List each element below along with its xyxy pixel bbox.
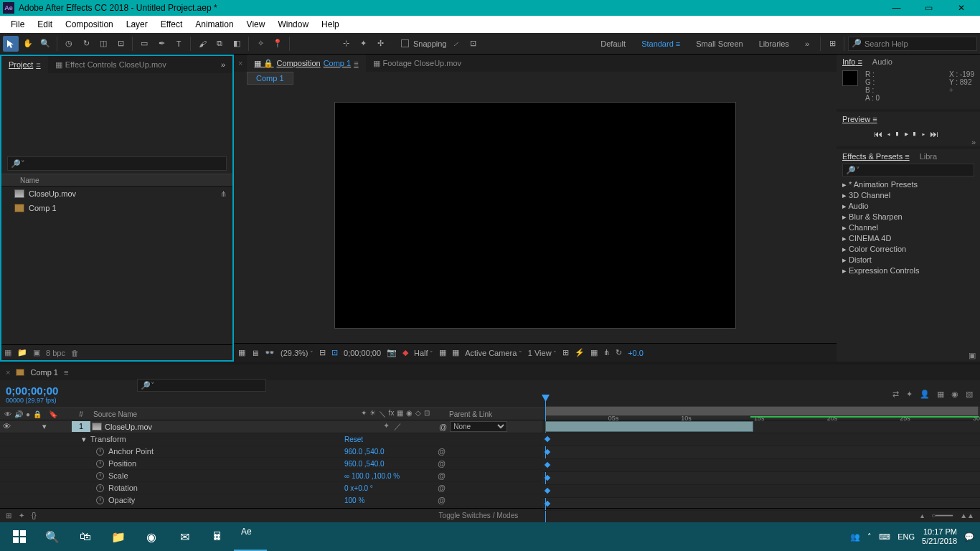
menu-layer[interactable]: Layer — [120, 16, 154, 33]
property-row[interactable]: Rotation0 x+0.0 °@ — [0, 482, 542, 494]
language-indicator[interactable]: ENG — [897, 532, 915, 541]
taskbar-mail-icon[interactable]: ✉ — [168, 522, 201, 551]
comp-mini-flowchart-icon[interactable]: ⇄ — [892, 390, 899, 399]
effects-category[interactable]: ▸ Channel — [837, 222, 980, 233]
menu-window[interactable]: Window — [271, 16, 315, 33]
taskbar-store-icon[interactable]: 🛍 — [69, 522, 102, 551]
expression-pickwhip-icon[interactable]: @ — [438, 459, 538, 468]
view-axis-icon[interactable]: ✢ — [372, 36, 388, 52]
collapse-icon[interactable]: ／ — [394, 421, 402, 432]
first-frame-button[interactable]: ⏮ — [874, 129, 887, 139]
parent-dropdown[interactable]: None — [450, 421, 507, 432]
motion-blur-icon[interactable]: ◉ — [951, 390, 958, 399]
taskbar-explorer-icon[interactable]: 📁 — [102, 522, 135, 551]
expression-pickwhip-icon[interactable]: @ — [438, 496, 538, 504]
type-tool[interactable]: T — [171, 36, 187, 52]
tab-info[interactable]: Info ≡ — [842, 57, 862, 66]
snapping-checkbox[interactable] — [401, 39, 409, 47]
workspace-smallscreen[interactable]: Small Screen — [689, 39, 750, 48]
panel-menu-icon[interactable]: ≡ — [354, 55, 358, 72]
frame-blend-icon[interactable]: ▦ — [937, 390, 944, 399]
stopwatch-icon[interactable] — [96, 484, 104, 492]
menu-view[interactable]: View — [240, 16, 272, 33]
menu-composition[interactable]: Composition — [59, 16, 120, 33]
panel-overflow-icon[interactable]: » — [971, 138, 976, 146]
property-value[interactable]: 960.0 ,540.0 — [344, 448, 438, 456]
people-icon[interactable]: 👥 — [850, 532, 860, 542]
toggle-switches-modes-button[interactable]: Toggle Switches / Modes — [44, 512, 913, 519]
rotation-tool[interactable]: ↻ — [78, 36, 94, 52]
effects-category[interactable]: ▸ Distort — [837, 255, 980, 265]
start-button[interactable] — [3, 522, 36, 551]
project-column-name[interactable]: Name — [1, 174, 232, 187]
3d-view-icon[interactable]: ▦ — [452, 348, 459, 357]
play-button[interactable]: ▶ — [904, 129, 913, 139]
property-row[interactable]: Anchor Point960.0 ,540.0@ — [0, 446, 542, 458]
next-frame-button[interactable]: ▮▸ — [913, 129, 930, 139]
shy-icon[interactable]: 👤 — [920, 390, 930, 399]
selection-tool[interactable] — [3, 36, 19, 52]
flowchart-icon[interactable]: ⋔ — [603, 348, 610, 357]
mask-icon[interactable]: 👓 — [265, 348, 275, 357]
clock[interactable]: 10:17 PM5/21/2018 — [922, 527, 957, 546]
display-icon[interactable]: 🖥 — [251, 349, 259, 357]
zoom-in-icon[interactable]: ▲▲ — [960, 512, 974, 519]
flowchart-icon[interactable]: ⋔ — [220, 189, 227, 199]
effects-category[interactable]: ▸ * Animation Presets — [837, 179, 980, 190]
new-folder-icon[interactable]: 📁 — [17, 348, 27, 357]
transform-group[interactable]: ▾Transform Reset — [0, 433, 542, 446]
video-col-icon[interactable]: 👁 — [4, 410, 11, 418]
layer-row[interactable]: 👁▾ 1 CloseUp.mov ✦／ @None — [0, 420, 542, 433]
property-row[interactable]: Opacity100 %@ — [0, 494, 542, 507]
tab-libraries[interactable]: Libra — [920, 152, 937, 161]
search-help-input[interactable]: 🔎 Search Help — [848, 37, 977, 51]
close-button[interactable]: ✕ — [945, 0, 977, 16]
property-value[interactable]: 0 x+0.0 ° — [344, 484, 438, 492]
delete-icon[interactable]: 🗑 — [71, 349, 79, 357]
notifications-icon[interactable]: 💬 — [964, 532, 974, 542]
camera-dropdown[interactable]: Active Camera — [465, 349, 522, 357]
puppet-tool[interactable]: 📍 — [270, 36, 286, 52]
twirl-icon[interactable]: ▾ — [82, 435, 86, 444]
panel-overflow-icon[interactable]: » — [214, 56, 232, 73]
graph-editor-icon[interactable]: ▧ — [966, 390, 973, 399]
roi-icon[interactable]: ⊡ — [331, 348, 338, 357]
timeline-tracks[interactable] — [542, 420, 980, 508]
taskbar-aftereffects-icon[interactable]: Ae — [234, 522, 267, 551]
eraser-tool[interactable]: ◧ — [229, 36, 245, 52]
reset-link[interactable]: Reset — [344, 435, 438, 443]
camera-tool[interactable]: ◫ — [95, 36, 111, 52]
workspace-overflow-icon[interactable]: » — [798, 39, 816, 48]
world-axis-icon[interactable]: ✦ — [355, 36, 371, 52]
tab-footage[interactable]: ▦ Footage CloseUp.mov — [366, 55, 468, 72]
resolution-icon[interactable]: ⊟ — [319, 348, 326, 357]
exposure-value[interactable]: +0.0 — [628, 349, 644, 357]
menu-edit[interactable]: Edit — [31, 16, 59, 33]
last-frame-button[interactable]: ⏭ — [930, 129, 943, 139]
snapshot-icon[interactable]: 📷 — [387, 348, 397, 357]
rectangle-tool[interactable]: ▭ — [136, 36, 152, 52]
taskbar-chrome-icon[interactable]: ◉ — [135, 522, 168, 551]
expression-pickwhip-icon[interactable]: @ — [438, 471, 538, 480]
effects-search-input[interactable]: 🔎˅ — [842, 164, 974, 176]
stopwatch-icon[interactable] — [96, 448, 104, 456]
transparency-grid-icon[interactable]: ▦ — [439, 348, 446, 357]
fast-preview-icon[interactable]: ⚡ — [575, 348, 585, 357]
tray-expand-icon[interactable]: ˄ — [867, 532, 872, 542]
toggle-modes-icon[interactable]: ✦ — [19, 512, 24, 519]
maximize-button[interactable]: ▭ — [913, 0, 945, 16]
project-item-comp[interactable]: Comp 1 — [1, 201, 232, 215]
menu-effect[interactable]: Effect — [154, 16, 189, 33]
expression-pickwhip-icon[interactable]: @ — [438, 484, 538, 492]
minimize-button[interactable]: — — [880, 0, 913, 16]
close-tab-icon[interactable]: × — [6, 368, 10, 377]
roto-tool[interactable]: ✧ — [253, 36, 268, 52]
orbit-tool[interactable]: ◷ — [61, 36, 77, 52]
label-col-icon[interactable]: 🔖 — [49, 410, 57, 418]
zoom-out-icon[interactable]: ▴ — [920, 512, 924, 519]
project-item-footage[interactable]: CloseUp.mov ⋔ — [1, 187, 232, 201]
pixel-aspect-icon[interactable]: ⊞ — [562, 348, 569, 357]
tab-project[interactable]: Project ≡ — [1, 56, 48, 73]
zoom-dropdown[interactable]: (29.3%) — [281, 349, 314, 357]
menu-animation[interactable]: Animation — [189, 16, 240, 33]
